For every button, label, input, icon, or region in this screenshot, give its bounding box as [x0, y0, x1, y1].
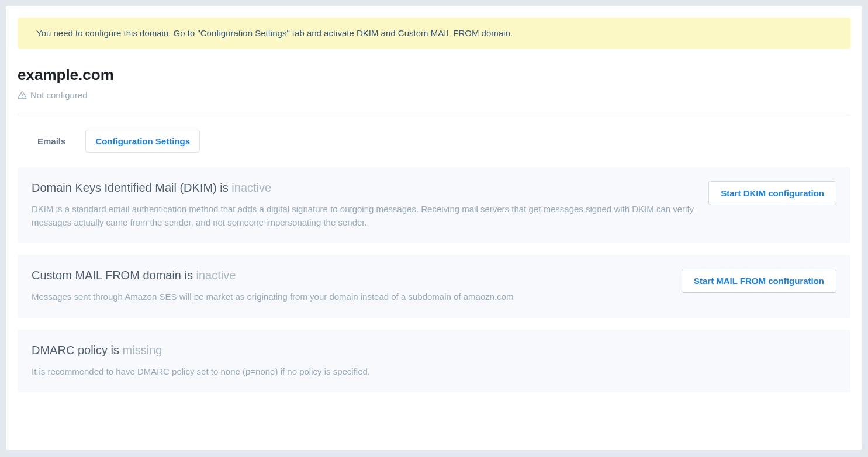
dmarc-title: DMARC policy is missing — [32, 344, 836, 357]
warning-icon — [18, 91, 27, 100]
divider — [18, 115, 850, 115]
mailfrom-description: Messages sent through Amazon SES will be… — [32, 290, 514, 304]
main-container: You need to configure this domain. Go to… — [6, 6, 862, 450]
dmarc-title-prefix: DMARC policy is — [32, 344, 123, 356]
domain-status-label: Not configured — [30, 90, 88, 100]
domain-status: Not configured — [18, 90, 850, 100]
dmarc-status: missing — [123, 344, 162, 356]
configuration-alert: You need to configure this domain. Go to… — [18, 18, 850, 49]
domain-name-title: example.com — [18, 66, 850, 84]
start-dkim-button[interactable]: Start DKIM configuration — [708, 181, 836, 205]
mailfrom-status: inactive — [196, 269, 236, 282]
mailfrom-panel: Custom MAIL FROM domain is inactive Mess… — [18, 255, 850, 318]
dkim-title: Domain Keys Identified Mail (DKIM) is in… — [32, 181, 697, 195]
dkim-panel: Domain Keys Identified Mail (DKIM) is in… — [18, 167, 850, 243]
mailfrom-title-prefix: Custom MAIL FROM domain is — [32, 269, 196, 282]
alert-text: You need to configure this domain. Go to… — [36, 28, 513, 38]
dmarc-description: It is recommended to have DMARC policy s… — [32, 365, 698, 379]
dkim-description: DKIM is a standard email authentication … — [32, 203, 697, 229]
start-mailfrom-button[interactable]: Start MAIL FROM configuration — [682, 269, 836, 293]
tabs: Emails Configuration Settings — [18, 130, 850, 153]
dkim-status: inactive — [231, 181, 271, 194]
tab-emails[interactable]: Emails — [28, 130, 75, 152]
mailfrom-title: Custom MAIL FROM domain is inactive — [32, 269, 514, 282]
dmarc-panel: DMARC policy is missing It is recommende… — [18, 330, 850, 393]
dkim-title-prefix: Domain Keys Identified Mail (DKIM) is — [32, 181, 231, 194]
tab-configuration-settings[interactable]: Configuration Settings — [85, 130, 200, 153]
